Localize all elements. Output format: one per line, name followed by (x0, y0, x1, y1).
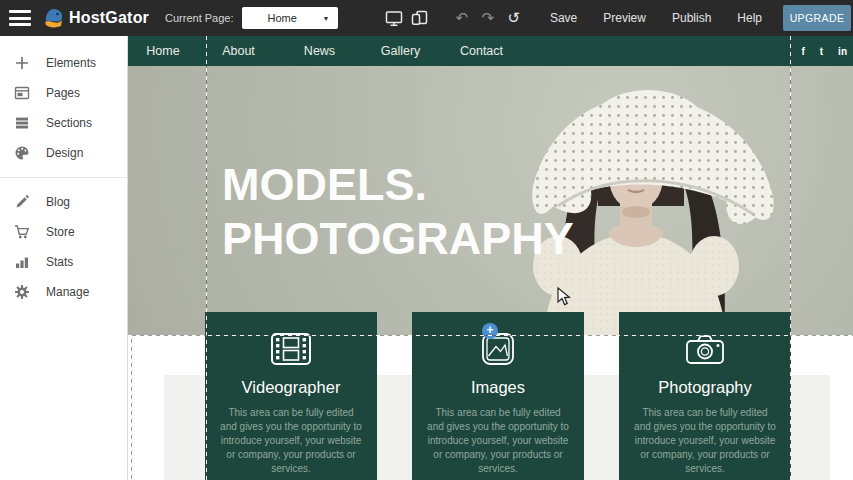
publish-button[interactable]: Publish (659, 11, 724, 25)
sidebar-item-label: Pages (46, 86, 80, 100)
hamburger-menu-icon[interactable] (8, 8, 32, 28)
sidebar-divider (0, 177, 127, 178)
site-nav-news[interactable]: News (279, 44, 360, 58)
page-select-value: Home (268, 12, 297, 24)
card-title: Images (412, 378, 584, 397)
hero-title-line1: MODELS. (222, 158, 574, 212)
help-button[interactable]: Help (724, 11, 775, 25)
mouse-cursor (557, 287, 571, 307)
hero-title-line2: PHOTOGRAPHY (222, 212, 574, 266)
desktop-view-icon[interactable] (381, 5, 407, 31)
card-videographer[interactable]: Videographer This area can be fully edit… (205, 312, 377, 480)
card-title: Videographer (205, 378, 377, 397)
page-select-dropdown[interactable]: Home ▼ (242, 7, 338, 29)
add-image-plus-badge[interactable]: + (482, 323, 498, 339)
sidebar-item-label: Manage (46, 285, 89, 299)
sidebar-item-stats[interactable]: Stats (0, 247, 127, 277)
sidebar-item-label: Elements (46, 56, 96, 70)
gear-icon (14, 284, 30, 300)
film-icon (270, 332, 312, 366)
hostgator-builder-window: HostGator Current Page: Home ▼ ↶ (0, 0, 853, 480)
card-photography[interactable]: Photography This area can be fully edite… (619, 312, 791, 480)
hostgator-logo: HostGator (42, 6, 149, 30)
camera-icon (684, 332, 726, 366)
sidebar-item-store[interactable]: Store (0, 217, 127, 247)
sections-icon (14, 115, 30, 131)
hero-title[interactable]: MODELS. PHOTOGRAPHY (222, 158, 574, 266)
cart-icon (14, 224, 30, 240)
sidebar-item-label: Store (46, 225, 75, 239)
preview-button[interactable]: Preview (590, 11, 659, 25)
social-links: f t in (801, 36, 847, 66)
editor-guide-horizontal (128, 335, 853, 336)
card-body-text: This area can be fully edited and gives … (205, 406, 377, 476)
mobile-view-icon[interactable] (407, 5, 433, 31)
sidebar-item-label: Blog (46, 195, 70, 209)
plus-icon (14, 55, 30, 71)
site-nav-bar: Home About News Gallery Contact f t in (128, 36, 853, 66)
sidebar-item-label: Stats (46, 255, 73, 269)
site-nav-contact[interactable]: Contact (441, 44, 522, 58)
card-body-text: This area can be fully edited and gives … (412, 406, 584, 476)
hostgator-gator-icon (42, 6, 66, 30)
sidebar-item-design[interactable]: Design (0, 138, 127, 168)
pencil-icon (14, 194, 30, 210)
pages-icon (14, 85, 30, 101)
save-button[interactable]: Save (537, 11, 590, 25)
current-page-label: Current Page: (165, 12, 233, 24)
sidebar-item-manage[interactable]: Manage (0, 277, 127, 307)
chevron-down-icon: ▼ (323, 15, 330, 22)
editor-guide-vertical-section (131, 335, 132, 480)
top-toolbar: HostGator Current Page: Home ▼ ↶ (0, 0, 853, 36)
site-preview-canvas: Home About News Gallery Contact f t in (128, 36, 853, 480)
toolbar-right-group: ↶ ↷ ↺ Save Preview Publish Help UPGRADE (381, 5, 853, 31)
sidebar-item-elements[interactable]: Elements (0, 48, 127, 78)
linkedin-icon[interactable]: in (838, 46, 847, 57)
editor-guide-vertical-right (790, 36, 791, 480)
sidebar-item-pages[interactable]: Pages (0, 78, 127, 108)
site-nav-gallery[interactable]: Gallery (360, 44, 441, 58)
card-images[interactable]: + Images This area can be fully edited a… (412, 312, 584, 480)
upgrade-button[interactable]: UPGRADE (783, 5, 851, 31)
history-icon[interactable]: ↺ (501, 5, 527, 31)
sidebar-item-blog[interactable]: Blog (0, 187, 127, 217)
sidebar-item-sections[interactable]: Sections (0, 108, 127, 138)
redo-icon[interactable]: ↷ (475, 5, 501, 31)
editor-guide-vertical-left (206, 36, 207, 480)
card-title: Photography (619, 378, 791, 397)
hero-section: MODELS. PHOTOGRAPHY (128, 66, 853, 335)
palette-icon (14, 145, 30, 161)
brand-name: HostGator (69, 9, 149, 27)
facebook-icon[interactable]: f (801, 46, 804, 57)
card-body-text: This area can be fully edited and gives … (619, 406, 791, 476)
site-nav-home[interactable]: Home (128, 44, 198, 58)
bar-chart-icon (14, 254, 30, 270)
undo-icon[interactable]: ↶ (449, 5, 475, 31)
sidebar-item-label: Design (46, 146, 83, 160)
editor-sidebar: Elements Pages Sections (0, 36, 128, 480)
site-nav-about[interactable]: About (198, 44, 279, 58)
sidebar-item-label: Sections (46, 116, 92, 130)
twitter-icon[interactable]: t (820, 46, 823, 57)
